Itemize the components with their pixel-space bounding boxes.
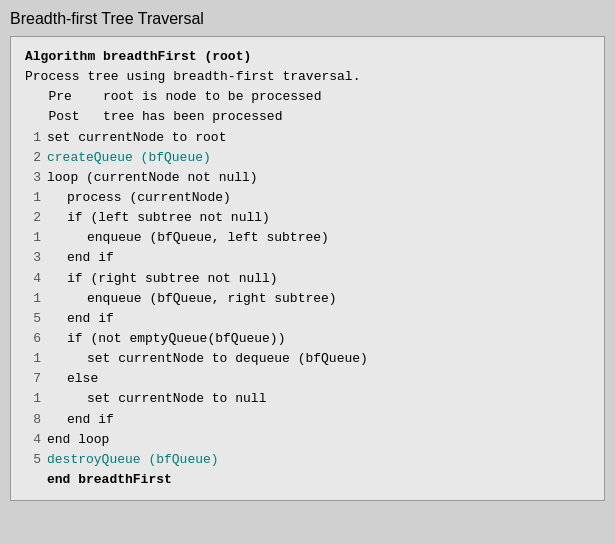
line-3-3: 3 end if [25, 248, 590, 268]
line-num-3-7: 7 [25, 369, 41, 389]
header-line-2: Process tree using breadth-first travers… [25, 67, 590, 87]
line-3-2-1: 1 enqueue (bfQueue, left subtree) [25, 228, 590, 248]
header-line-1: Algorithm breadthFirst (root) [25, 47, 590, 67]
line-content-end: end breadthFirst [47, 470, 172, 490]
line-3-5: 5 end if [25, 309, 590, 329]
line-content-3: loop (currentNode not null) [47, 168, 258, 188]
line-content-3-3: end if [67, 248, 114, 268]
line-num-5: 5 [25, 450, 41, 470]
line-content-3-6-1: set currentNode to dequeue (bfQueue) [87, 349, 368, 369]
line-content-3-5: end if [67, 309, 114, 329]
line-content-3-2: if (left subtree not null) [67, 208, 270, 228]
line-3-6: 6 if (not emptyQueue(bfQueue)) [25, 329, 590, 349]
line-num-2: 2 [25, 148, 41, 168]
line-num-1: 1 [25, 128, 41, 148]
line-num-3-3: 3 [25, 248, 41, 268]
line-content-5: destroyQueue (bfQueue) [47, 450, 219, 470]
algo-header: Algorithm breadthFirst (root) [25, 49, 251, 64]
line-3-6-1: 1 set currentNode to dequeue (bfQueue) [25, 349, 590, 369]
line-5: 5 destroyQueue (bfQueue) [25, 450, 590, 470]
line-num-3-6-1: 1 [25, 349, 41, 369]
line-content-3-8: end if [67, 410, 114, 430]
line-2: 2 createQueue (bfQueue) [25, 148, 590, 168]
line-3-4: 4 if (right subtree not null) [25, 269, 590, 289]
algo-post: Post tree has been processed [25, 109, 282, 124]
header-line-3: Pre root is node to be processed [25, 87, 590, 107]
line-num-3: 3 [25, 168, 41, 188]
line-3-7: 7 else [25, 369, 590, 389]
line-3-2: 2 if (left subtree not null) [25, 208, 590, 228]
line-num-3-5: 5 [25, 309, 41, 329]
code-box: Algorithm breadthFirst (root) Process tr… [10, 36, 605, 501]
algo-desc: Process tree using breadth-first travers… [25, 69, 360, 84]
line-num-3-6: 6 [25, 329, 41, 349]
line-3-1: 1 process (currentNode) [25, 188, 590, 208]
header-line-4: Post tree has been processed [25, 107, 590, 127]
line-content-1: set currentNode to root [47, 128, 226, 148]
line-3-4-1: 1 enqueue (bfQueue, right subtree) [25, 289, 590, 309]
line-content-3-7-1: set currentNode to null [87, 389, 266, 409]
line-1: 1 set currentNode to root [25, 128, 590, 148]
line-4: 4 end loop [25, 430, 590, 450]
line-end: end breadthFirst [25, 470, 590, 490]
line-num-3-2-1: 1 [25, 228, 41, 248]
line-num-3-8: 8 [25, 410, 41, 430]
line-3: 3 loop (currentNode not null) [25, 168, 590, 188]
line-content-3-6: if (not emptyQueue(bfQueue)) [67, 329, 285, 349]
line-content-3-2-1: enqueue (bfQueue, left subtree) [87, 228, 329, 248]
line-num-4: 4 [25, 430, 41, 450]
line-num-end [25, 470, 41, 490]
page-title: Breadth-first Tree Traversal [10, 10, 605, 28]
line-num-3-7-1: 1 [25, 389, 41, 409]
line-3-8: 8 end if [25, 410, 590, 430]
line-num-3-4-1: 1 [25, 289, 41, 309]
line-num-3-4: 4 [25, 269, 41, 289]
line-num-3-1: 1 [25, 188, 41, 208]
line-num-3-2: 2 [25, 208, 41, 228]
line-content-3-7: else [67, 369, 98, 389]
line-3-7-1: 1 set currentNode to null [25, 389, 590, 409]
line-content-4: end loop [47, 430, 109, 450]
line-content-3-1: process (currentNode) [67, 188, 231, 208]
line-content-2: createQueue (bfQueue) [47, 148, 211, 168]
algo-pre: Pre root is node to be processed [25, 89, 321, 104]
line-content-3-4: if (right subtree not null) [67, 269, 278, 289]
line-content-3-4-1: enqueue (bfQueue, right subtree) [87, 289, 337, 309]
